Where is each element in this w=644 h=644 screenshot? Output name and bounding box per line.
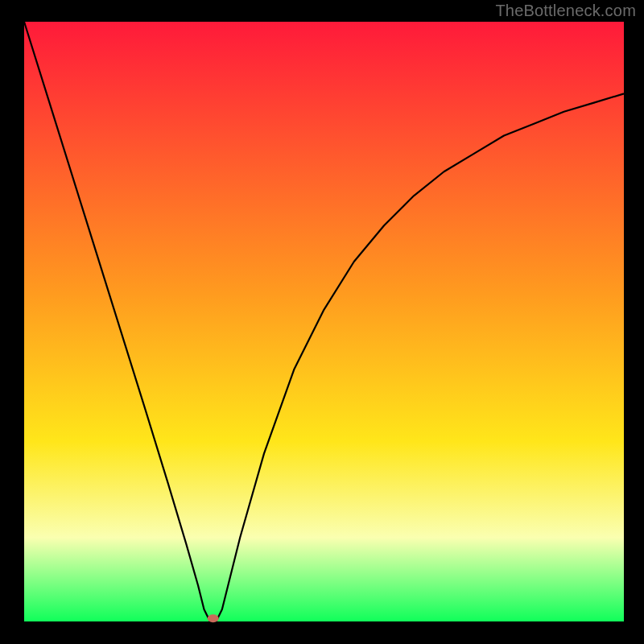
optimal-point-marker [208,614,219,622]
chart-frame: TheBottleneck.com [0,0,644,644]
watermark-text: TheBottleneck.com [495,2,636,20]
plot-background [24,22,624,621]
bottleneck-chart [0,0,644,644]
